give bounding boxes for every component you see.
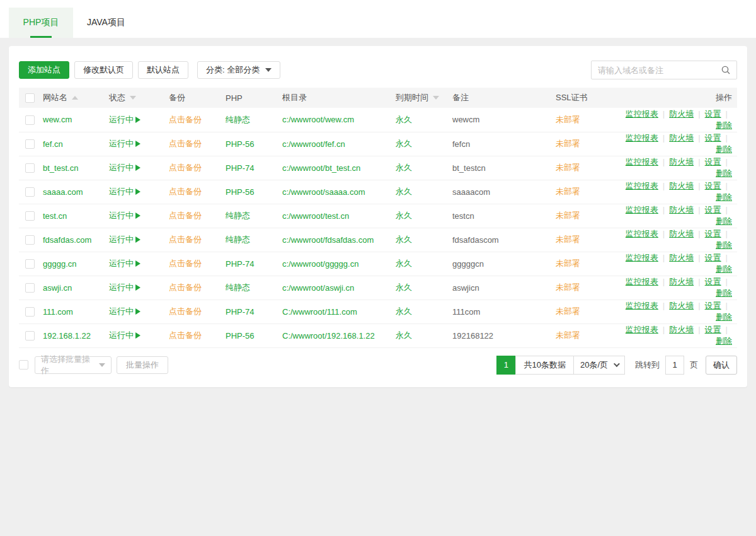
- root-dir-link[interactable]: c:/wwwroot/fdsafdas.com: [282, 235, 374, 245]
- action-link-settings[interactable]: 设置: [705, 109, 721, 119]
- ssl-status-link[interactable]: 未部署: [556, 163, 580, 172]
- action-link-delete[interactable]: 删除: [716, 120, 732, 130]
- root-dir-link[interactable]: c:/wwwroot/wew.cm: [282, 115, 354, 124]
- site-status-running[interactable]: 运行中: [109, 283, 140, 292]
- site-name-link[interactable]: aswji.cn: [43, 283, 72, 293]
- remark-text[interactable]: fefcn: [452, 139, 470, 149]
- row-checkbox[interactable]: [25, 163, 35, 173]
- action-link-settings[interactable]: 设置: [705, 277, 721, 286]
- site-name-link[interactable]: fdsafdas.com: [43, 235, 91, 245]
- action-link-delete[interactable]: 删除: [716, 264, 732, 274]
- action-link-delete[interactable]: 删除: [716, 288, 732, 298]
- expire-time-link[interactable]: 永久: [396, 139, 412, 148]
- site-status-running[interactable]: 运行中: [109, 306, 140, 316]
- backup-link[interactable]: 点击备份: [169, 187, 202, 196]
- site-status-running[interactable]: 运行中: [109, 187, 140, 196]
- ssl-status-link[interactable]: 未部署: [556, 259, 580, 268]
- backup-link[interactable]: 点击备份: [169, 139, 202, 148]
- row-checkbox[interactable]: [25, 283, 35, 293]
- php-version-link[interactable]: PHP-74: [226, 259, 255, 269]
- remark-text[interactable]: 192168122: [452, 331, 493, 341]
- action-link-firewall[interactable]: 防火墙: [669, 133, 694, 143]
- tab-php-project[interactable]: PHP项目: [9, 8, 73, 38]
- php-version-link[interactable]: PHP-74: [226, 163, 255, 173]
- action-link-monitor-report[interactable]: 监控报表: [626, 109, 658, 119]
- remark-text[interactable]: gggggcn: [452, 259, 484, 269]
- ssl-status-link[interactable]: 未部署: [556, 115, 580, 124]
- action-link-monitor-report[interactable]: 监控报表: [626, 253, 658, 262]
- action-link-firewall[interactable]: 防火墙: [669, 181, 694, 190]
- php-version-link[interactable]: PHP-56: [226, 187, 255, 197]
- php-version-link[interactable]: PHP-74: [226, 307, 255, 317]
- site-status-running[interactable]: 运行中: [109, 211, 140, 220]
- expire-time-link[interactable]: 永久: [396, 330, 412, 340]
- search-input[interactable]: [592, 66, 715, 75]
- row-checkbox[interactable]: [25, 331, 35, 341]
- backup-link[interactable]: 点击备份: [169, 115, 202, 124]
- action-link-settings[interactable]: 设置: [705, 181, 721, 190]
- action-link-delete[interactable]: 删除: [716, 144, 732, 154]
- default-site-button[interactable]: 默认站点: [138, 61, 188, 79]
- action-link-firewall[interactable]: 防火墙: [669, 277, 694, 286]
- site-status-running[interactable]: 运行中: [109, 259, 140, 268]
- site-name-link[interactable]: wew.cm: [43, 115, 72, 124]
- action-link-delete[interactable]: 删除: [716, 336, 732, 346]
- select-all-checkbox[interactable]: [25, 93, 35, 103]
- root-dir-link[interactable]: C:/wwwroot/111.com: [282, 307, 357, 317]
- root-dir-link[interactable]: c:/wwwroot/bt_test.cn: [282, 163, 360, 173]
- ssl-status-link[interactable]: 未部署: [556, 235, 580, 244]
- site-name-link[interactable]: fef.cn: [43, 139, 63, 149]
- site-status-running[interactable]: 运行中: [109, 115, 140, 124]
- action-link-firewall[interactable]: 防火墙: [669, 229, 694, 238]
- confirm-button[interactable]: 确认: [706, 356, 737, 375]
- row-checkbox[interactable]: [25, 139, 35, 149]
- ssl-status-link[interactable]: 未部署: [556, 139, 580, 148]
- php-version-link[interactable]: 纯静态: [226, 283, 250, 292]
- backup-link[interactable]: 点击备份: [169, 330, 202, 340]
- site-name-link[interactable]: 192.168.1.22: [43, 331, 91, 341]
- site-name-link[interactable]: bt_test.cn: [43, 163, 78, 173]
- row-checkbox[interactable]: [25, 211, 35, 221]
- header-site-name[interactable]: 网站名: [39, 88, 105, 108]
- site-name-link[interactable]: saaaa.com: [43, 187, 83, 197]
- action-link-delete[interactable]: 删除: [716, 192, 732, 202]
- ssl-status-link[interactable]: 未部署: [556, 211, 580, 220]
- action-link-settings[interactable]: 设置: [705, 301, 721, 310]
- php-version-link[interactable]: 纯静态: [226, 211, 250, 220]
- backup-link[interactable]: 点击备份: [169, 306, 202, 316]
- action-link-settings[interactable]: 设置: [705, 325, 721, 334]
- site-status-running[interactable]: 运行中: [109, 139, 140, 148]
- expire-time-link[interactable]: 永久: [396, 163, 412, 172]
- root-dir-link[interactable]: c:/wwwroot/ggggg.cn: [282, 259, 358, 269]
- action-link-settings[interactable]: 设置: [705, 133, 721, 143]
- row-checkbox[interactable]: [25, 115, 35, 125]
- action-link-firewall[interactable]: 防火墙: [669, 301, 694, 310]
- action-link-firewall[interactable]: 防火墙: [669, 205, 694, 214]
- php-version-link[interactable]: 纯静态: [226, 235, 250, 244]
- action-link-delete[interactable]: 删除: [716, 168, 732, 178]
- add-site-button[interactable]: 添加站点: [19, 61, 69, 79]
- backup-link[interactable]: 点击备份: [169, 259, 202, 268]
- remark-text[interactable]: testcn: [452, 211, 474, 221]
- ssl-status-link[interactable]: 未部署: [556, 283, 580, 292]
- jump-page-input[interactable]: [665, 356, 684, 375]
- action-link-monitor-report[interactable]: 监控报表: [626, 205, 658, 214]
- action-link-monitor-report[interactable]: 监控报表: [626, 229, 658, 238]
- expire-time-link[interactable]: 永久: [396, 115, 412, 124]
- expire-time-link[interactable]: 永久: [396, 187, 412, 196]
- bulk-action-button[interactable]: 批量操作: [117, 356, 168, 374]
- action-link-monitor-report[interactable]: 监控报表: [626, 133, 658, 143]
- action-link-settings[interactable]: 设置: [705, 253, 721, 262]
- php-version-link[interactable]: PHP-56: [226, 331, 255, 341]
- site-name-link[interactable]: 111.com: [43, 307, 73, 317]
- root-dir-link[interactable]: c:/wwwroot/fef.cn: [282, 139, 345, 149]
- bulk-action-select[interactable]: 请选择批量操作: [35, 356, 112, 374]
- row-checkbox[interactable]: [25, 235, 35, 245]
- action-link-monitor-report[interactable]: 监控报表: [626, 277, 658, 286]
- remark-text[interactable]: 111com: [452, 307, 480, 317]
- action-link-settings[interactable]: 设置: [705, 157, 721, 166]
- action-link-firewall[interactable]: 防火墙: [669, 253, 694, 262]
- category-filter-dropdown[interactable]: 分类: 全部分类: [197, 61, 280, 79]
- remark-text[interactable]: bt_testcn: [452, 163, 486, 173]
- action-link-settings[interactable]: 设置: [705, 229, 721, 238]
